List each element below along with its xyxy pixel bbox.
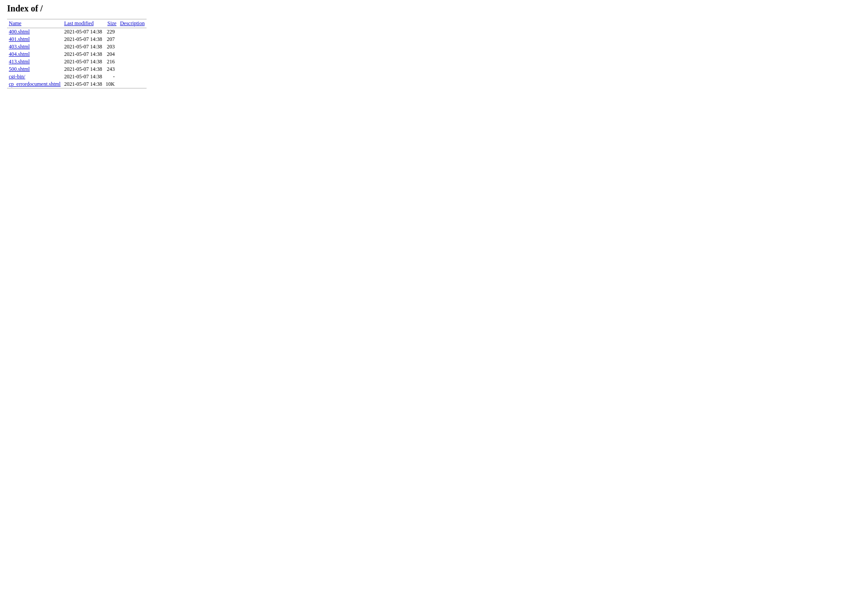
file-modified-cell: 2021-05-07 14:38: [62, 73, 104, 81]
file-name-cell: 403.shtml: [7, 43, 62, 51]
file-size-cell: 229: [104, 28, 118, 36]
file-link[interactable]: cgi-bin/: [9, 73, 25, 80]
file-name-cell: cp_errordocument.shtml: [7, 81, 62, 88]
file-link[interactable]: cp_errordocument.shtml: [9, 81, 61, 87]
table-row: 500.shtml2021-05-07 14:38243: [7, 66, 147, 73]
column-header-description[interactable]: Description: [118, 19, 147, 28]
file-description-cell: [118, 81, 147, 88]
table-header-row: Name Last modified Size Description: [7, 19, 147, 28]
file-modified-cell: 2021-05-07 14:38: [62, 43, 104, 51]
file-description-cell: [118, 66, 147, 73]
modified-sort-link[interactable]: Last modified: [64, 20, 94, 26]
file-name-cell: 404.shtml: [7, 51, 62, 58]
file-size-cell: 203: [104, 43, 118, 51]
file-modified-cell: 2021-05-07 14:38: [62, 81, 104, 88]
file-size-cell: 204: [104, 51, 118, 58]
file-description-cell: [118, 36, 147, 43]
file-name-cell: 500.shtml: [7, 66, 62, 73]
file-size-cell: 243: [104, 66, 118, 73]
name-sort-link[interactable]: Name: [9, 20, 22, 26]
file-description-cell: [118, 28, 147, 36]
table-row: 400.shtml2021-05-07 14:38229: [7, 28, 147, 36]
table-row: 403.shtml2021-05-07 14:38203: [7, 43, 147, 51]
file-name-cell: 401.shtml: [7, 36, 62, 43]
file-link[interactable]: 403.shtml: [9, 44, 30, 50]
file-link[interactable]: 401.shtml: [9, 36, 30, 42]
file-name-cell: 413.shtml: [7, 58, 62, 66]
file-name-cell: 400.shtml: [7, 28, 62, 36]
file-link[interactable]: 400.shtml: [9, 29, 30, 35]
file-link[interactable]: 413.shtml: [9, 59, 30, 65]
column-header-modified[interactable]: Last modified: [62, 19, 104, 28]
file-description-cell: [118, 51, 147, 58]
file-modified-cell: 2021-05-07 14:38: [62, 28, 104, 36]
file-modified-cell: 2021-05-07 14:38: [62, 66, 104, 73]
table-row: 413.shtml2021-05-07 14:38216: [7, 58, 147, 66]
file-link[interactable]: 500.shtml: [9, 66, 30, 72]
table-row: 401.shtml2021-05-07 14:38207: [7, 36, 147, 43]
file-size-cell: 10K: [104, 81, 118, 88]
column-header-size[interactable]: Size: [104, 19, 118, 28]
file-description-cell: [118, 43, 147, 51]
file-modified-cell: 2021-05-07 14:38: [62, 51, 104, 58]
file-listing-table: Name Last modified Size Description 400.…: [7, 19, 147, 88]
file-modified-cell: 2021-05-07 14:38: [62, 36, 104, 43]
description-sort-link[interactable]: Description: [120, 20, 145, 26]
page-title: Index of /: [7, 4, 838, 14]
column-header-name[interactable]: Name: [7, 19, 62, 28]
size-sort-link[interactable]: Size: [107, 20, 117, 26]
table-row: cp_errordocument.shtml2021-05-07 14:3810…: [7, 81, 147, 88]
file-link[interactable]: 404.shtml: [9, 51, 30, 57]
file-name-cell: cgi-bin/: [7, 73, 62, 81]
table-row: cgi-bin/2021-05-07 14:38-: [7, 73, 147, 81]
file-description-cell: [118, 73, 147, 81]
file-size-cell: 216: [104, 58, 118, 66]
file-description-cell: [118, 58, 147, 66]
file-size-cell: -: [104, 73, 118, 81]
table-row: 404.shtml2021-05-07 14:38204: [7, 51, 147, 58]
file-size-cell: 207: [104, 36, 118, 43]
file-modified-cell: 2021-05-07 14:38: [62, 58, 104, 66]
